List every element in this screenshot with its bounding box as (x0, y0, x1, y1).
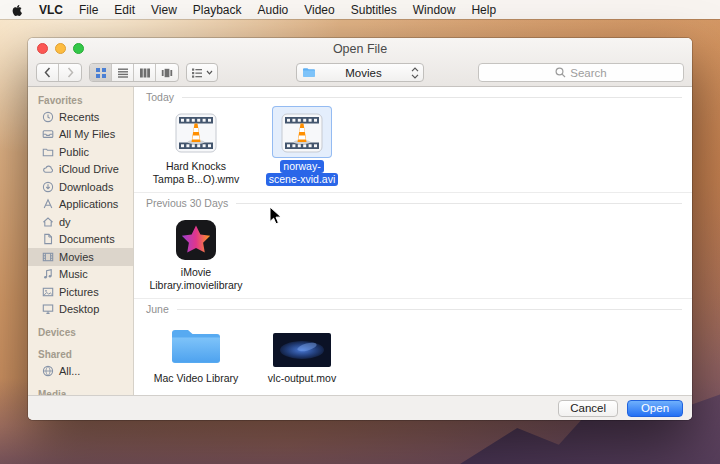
file-name: Hard Knocks Tampa B...O).wmv (150, 160, 242, 186)
sidebar-item-label: Movies (59, 251, 94, 263)
sidebar-item-label: dy (59, 216, 71, 228)
sidebar-item-all-shared[interactable]: All... (28, 362, 133, 380)
sidebar-header-favorites: Favorites (28, 92, 133, 108)
back-button[interactable] (37, 64, 59, 81)
globe-icon (42, 365, 54, 377)
search-icon (555, 67, 566, 78)
menu-video[interactable]: Video (304, 3, 334, 17)
download-icon (42, 181, 54, 193)
vlc-file-icon (173, 111, 219, 155)
menu-window[interactable]: Window (413, 3, 456, 17)
sidebar-item-label: Desktop (59, 303, 99, 315)
sidebar-header-devices: Devices (28, 324, 133, 340)
list-view-icon (117, 67, 129, 79)
applications-icon (42, 198, 54, 210)
apple-logo-icon (11, 3, 23, 17)
file-vlc-output[interactable]: vlc-output.mov (252, 319, 352, 385)
grid-view-icon (95, 67, 107, 79)
stack-icon (42, 128, 54, 140)
window-title: Open File (28, 42, 692, 56)
menu-subtitles[interactable]: Subtitles (351, 3, 397, 17)
music-note-icon (42, 268, 54, 280)
menu-playback[interactable]: Playback (193, 3, 242, 17)
column-view-icon (139, 67, 151, 79)
sidebar-item-documents[interactable]: Documents (28, 231, 133, 249)
sidebar-item-music[interactable]: Music (28, 266, 133, 284)
imovie-icon (175, 219, 217, 261)
menu-bar: VLC File Edit View Playback Audio Video … (0, 0, 720, 19)
search-placeholder: Search (570, 67, 606, 79)
updown-chevrons-icon (411, 67, 419, 79)
sidebar-item-all-my-files[interactable]: All My Files (28, 126, 133, 144)
document-icon (42, 233, 54, 245)
vlc-file-icon (279, 111, 325, 155)
sidebar-item-home[interactable]: dy (28, 213, 133, 231)
desktop-icon (42, 303, 54, 315)
search-input[interactable]: Search (478, 63, 684, 82)
sidebar-item-public[interactable]: Public (28, 143, 133, 161)
column-view-button[interactable] (134, 64, 156, 81)
file-group-today: Today (134, 87, 692, 192)
menu-audio[interactable]: Audio (258, 3, 289, 17)
open-button[interactable]: Open (627, 400, 683, 417)
sidebar-item-recents[interactable]: Recents (28, 108, 133, 126)
menu-edit[interactable]: Edit (114, 3, 135, 17)
sidebar-item-icloud-drive[interactable]: iCloud Drive (28, 161, 133, 179)
menu-vlc[interactable]: VLC (39, 3, 63, 17)
chevron-left-icon (44, 67, 51, 78)
group-header: June (146, 302, 682, 316)
window-chrome: Open File (28, 38, 692, 87)
group-header: Previous 30 Days (146, 196, 682, 210)
menu-help[interactable]: Help (471, 3, 496, 17)
path-selector-label: Movies (320, 67, 407, 79)
sidebar-item-label: Music (59, 268, 88, 280)
sidebar-item-label: All My Files (59, 128, 115, 140)
sidebar-item-label: Applications (59, 198, 118, 210)
sidebar-item-movies[interactable]: Movies (28, 248, 133, 266)
icon-view-button[interactable] (90, 64, 112, 81)
sidebar-item-applications[interactable]: Applications (28, 196, 133, 214)
arrange-icon (191, 67, 203, 79)
sidebar-item-desktop[interactable]: Desktop (28, 301, 133, 319)
menu-view[interactable]: View (151, 3, 177, 17)
blue-folder-icon (169, 325, 223, 367)
chevron-right-icon (67, 67, 74, 78)
sidebar-item-label: Documents (59, 233, 115, 245)
folder-icon (42, 146, 54, 158)
file-name: norway- scene-xvid.avi (266, 160, 339, 186)
cloud-icon (42, 163, 54, 175)
folder-icon (302, 67, 316, 78)
file-name: vlc-output.mov (265, 372, 339, 385)
file-name: iMovie Library.imovielibrary (146, 266, 245, 292)
sidebar-item-label: Downloads (59, 181, 113, 193)
dialog-footer: Cancel Open (28, 395, 692, 420)
cancel-button[interactable]: Cancel (558, 400, 618, 417)
file-name: Mac Video Library (151, 372, 241, 385)
arrange-menu-button[interactable] (186, 63, 218, 82)
sidebar-header-shared: Shared (28, 346, 133, 362)
nav-segmented-control (36, 63, 82, 82)
sidebar-item-downloads[interactable]: Downloads (28, 178, 133, 196)
forward-button[interactable] (59, 64, 81, 81)
sidebar-item-pictures[interactable]: Pictures (28, 283, 133, 301)
menu-file[interactable]: File (79, 3, 98, 17)
group-header: Today (146, 90, 682, 104)
coverflow-view-button[interactable] (156, 64, 178, 81)
clock-icon (42, 111, 54, 123)
open-file-dialog: Open File (28, 38, 692, 420)
title-bar[interactable]: Open File (28, 38, 692, 59)
list-view-button[interactable] (112, 64, 134, 81)
file-imovie-library[interactable]: iMovie Library.imovielibrary (146, 213, 246, 292)
sidebar-item-label: iCloud Drive (59, 163, 119, 175)
apple-menu[interactable] (11, 3, 23, 17)
film-icon (42, 251, 54, 263)
sidebar-item-label: Recents (59, 111, 99, 123)
file-hard-knocks[interactable]: Hard Knocks Tampa B...O).wmv (146, 107, 246, 186)
path-selector-dropdown[interactable]: Movies (296, 63, 424, 82)
sidebar-item-label: Public (59, 146, 89, 158)
photo-icon (42, 286, 54, 298)
file-norway-scene-xvid[interactable]: norway- scene-xvid.avi (252, 107, 352, 186)
file-group-june: June (134, 298, 692, 391)
finder-sidebar: Favorites Recents All My Files Public iC… (28, 87, 134, 395)
file-mac-video-library[interactable]: Mac Video Library (146, 319, 246, 385)
